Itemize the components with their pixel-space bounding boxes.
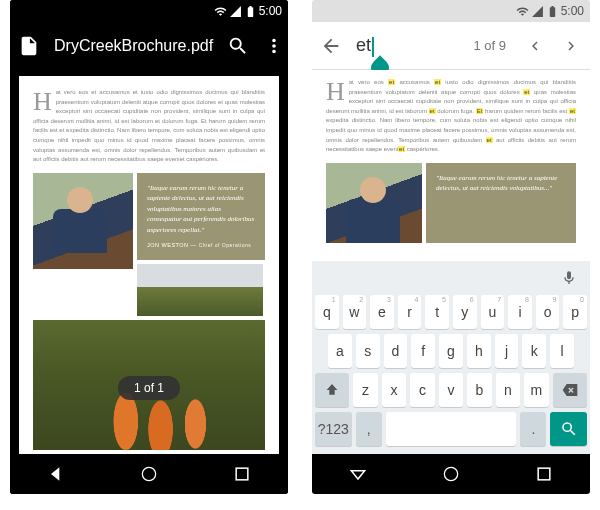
key-o[interactable]: o9: [536, 295, 560, 329]
signal-icon: [531, 5, 544, 18]
status-time: 5:00: [561, 4, 584, 18]
search-field[interactable]: [356, 35, 459, 56]
text-caret: [372, 37, 374, 57]
key-z[interactable]: z: [353, 373, 377, 407]
battery-icon: [244, 5, 257, 18]
key-c[interactable]: c: [410, 373, 434, 407]
key-x[interactable]: x: [382, 373, 406, 407]
key-k[interactable]: k: [522, 334, 546, 368]
back-arrow-icon[interactable]: [320, 35, 342, 57]
app-bar-title: DryCreekBrochure.pdf: [54, 37, 213, 55]
nav-recents-icon[interactable]: [534, 464, 554, 484]
soft-keyboard: q1w2e3r4t5y6u7i8o9p0 asdfghjkl zxcvbnm ?…: [312, 261, 590, 454]
key-q[interactable]: q1: [315, 295, 339, 329]
key-b[interactable]: b: [467, 373, 491, 407]
comma-key[interactable]: ,: [356, 412, 382, 446]
next-result-button[interactable]: [560, 35, 582, 57]
nav-back-icon[interactable]: [46, 464, 66, 484]
signal-icon: [229, 5, 242, 18]
status-time: 5:00: [259, 4, 282, 18]
key-e[interactable]: e3: [370, 295, 394, 329]
svg-rect-1: [236, 468, 248, 480]
period-key[interactable]: .: [520, 412, 546, 446]
key-u[interactable]: u7: [481, 295, 505, 329]
document-viewport[interactable]: H at vero eos et accusamus et iusto odio…: [10, 70, 288, 454]
wifi-icon: [214, 5, 227, 18]
nav-bar: [10, 454, 288, 494]
search-result-counter: 1 of 9: [473, 38, 506, 53]
pdf-page: H at vero eos et accusamus et iusto odio…: [312, 70, 590, 261]
document-viewport[interactable]: H at vero eos et accusamus et iusto odio…: [312, 70, 590, 261]
key-m[interactable]: m: [524, 373, 548, 407]
dropcap: H: [33, 90, 52, 113]
nav-home-icon[interactable]: [441, 464, 461, 484]
status-bar: 5:00: [312, 0, 590, 22]
app-bar: DryCreekBrochure.pdf: [10, 22, 288, 70]
mic-icon[interactable]: [561, 270, 577, 290]
svg-point-0: [142, 467, 155, 480]
quote-box: "Itaque earum rerum hic tenetur a sapien…: [426, 163, 576, 243]
wifi-icon: [516, 5, 529, 18]
status-bar: 5:00: [10, 0, 288, 22]
svg-rect-3: [538, 468, 550, 480]
svg-point-2: [444, 467, 457, 480]
key-i[interactable]: i8: [508, 295, 532, 329]
key-g[interactable]: g: [439, 334, 463, 368]
search-icon[interactable]: [227, 35, 249, 57]
key-t[interactable]: t5: [425, 295, 449, 329]
key-a[interactable]: a: [328, 334, 352, 368]
key-h[interactable]: h: [467, 334, 491, 368]
photo-farmer: [33, 173, 133, 269]
nav-recents-icon[interactable]: [232, 464, 252, 484]
battery-icon: [546, 5, 559, 18]
quote-box: "Itaque earum rerum hic tenetur a sapien…: [137, 173, 265, 260]
key-f[interactable]: f: [411, 334, 435, 368]
key-w[interactable]: w2: [343, 295, 367, 329]
key-r[interactable]: r4: [398, 295, 422, 329]
shift-key[interactable]: [315, 373, 349, 407]
photo-vineyard: [137, 264, 263, 316]
nav-bar: [312, 454, 590, 494]
body-paragraph: H at vero eos et accusamus et iusto odio…: [33, 88, 265, 165]
nav-home-icon[interactable]: [139, 464, 159, 484]
space-key[interactable]: [386, 412, 517, 446]
key-v[interactable]: v: [439, 373, 463, 407]
dropcap: H: [326, 80, 345, 103]
search-key[interactable]: [550, 412, 587, 446]
symbols-key[interactable]: ?123: [315, 412, 352, 446]
phone-right: 5:00 1 of 9 H at vero eos et accusamus e…: [312, 0, 590, 494]
body-paragraph: H at vero eos et accusamus et iusto odio…: [326, 78, 576, 155]
photo-farmer: [326, 163, 422, 243]
key-l[interactable]: l: [550, 334, 574, 368]
key-n[interactable]: n: [496, 373, 520, 407]
key-d[interactable]: d: [384, 334, 408, 368]
pdf-file-icon: [18, 35, 40, 57]
key-y[interactable]: y6: [453, 295, 477, 329]
backspace-key[interactable]: [553, 373, 587, 407]
overflow-menu-icon[interactable]: [263, 35, 285, 57]
search-app-bar: 1 of 9: [312, 22, 590, 70]
nav-back-ime-icon[interactable]: [348, 464, 368, 484]
page-indicator: 1 of 1: [118, 376, 180, 400]
key-s[interactable]: s: [356, 334, 380, 368]
key-j[interactable]: j: [495, 334, 519, 368]
suggestion-bar: [315, 265, 587, 295]
phone-left: 5:00 DryCreekBrochure.pdf H at vero eos …: [10, 0, 288, 494]
prev-result-button[interactable]: [524, 35, 546, 57]
key-p[interactable]: p0: [563, 295, 587, 329]
